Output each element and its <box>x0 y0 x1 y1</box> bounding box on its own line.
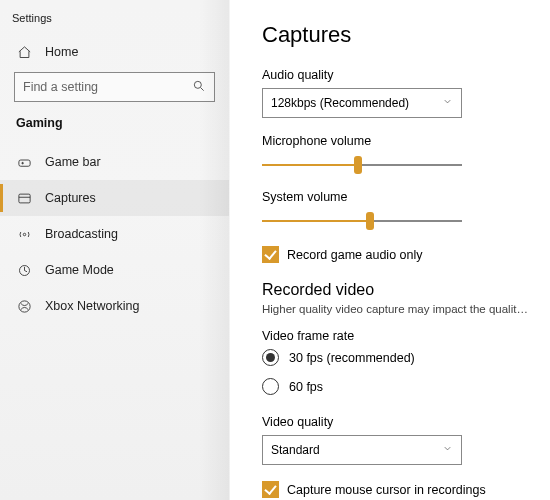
gamebar-icon <box>16 154 32 170</box>
recorded-video-heading: Recorded video <box>262 281 532 299</box>
captures-icon <box>16 190 32 206</box>
fps-30-label: 30 fps (recommended) <box>289 351 415 365</box>
svg-point-5 <box>18 300 29 311</box>
chevron-down-icon <box>442 96 453 110</box>
radio-checked-icon[interactable] <box>262 349 279 366</box>
svg-point-3 <box>23 233 26 236</box>
svg-rect-2 <box>18 194 29 203</box>
sidebar-nav: Game bar Captures Broadcasting Game Mode <box>0 144 229 324</box>
sidebar-item-label: Broadcasting <box>45 227 118 241</box>
chevron-down-icon <box>442 443 453 457</box>
sys-volume-slider[interactable] <box>262 210 462 232</box>
svg-point-0 <box>194 81 201 88</box>
audio-quality-value: 128kbps (Recommended) <box>271 96 409 110</box>
xbox-icon <box>16 298 32 314</box>
fps-60-label: 60 fps <box>289 380 323 394</box>
gamemode-icon <box>16 262 32 278</box>
sidebar-item-broadcasting[interactable]: Broadcasting <box>0 216 229 252</box>
search-input-wrap[interactable] <box>14 72 215 102</box>
home-icon <box>16 44 32 60</box>
home-nav[interactable]: Home <box>0 36 229 68</box>
sidebar: Settings Home Gaming Game bar <box>0 0 230 500</box>
checkbox-checked-icon[interactable] <box>262 481 279 498</box>
audio-quality-select[interactable]: 128kbps (Recommended) <box>262 88 462 118</box>
video-quality-value: Standard <box>271 443 320 457</box>
radio-unchecked-icon[interactable] <box>262 378 279 395</box>
audio-quality-label: Audio quality <box>262 68 532 82</box>
sidebar-section: Gaming <box>0 112 229 138</box>
broadcasting-icon <box>16 226 32 242</box>
record-audio-only-row[interactable]: Record game audio only <box>262 246 532 263</box>
recorded-video-desc: Higher quality video capture may impact … <box>262 303 532 315</box>
sidebar-item-game-mode[interactable]: Game Mode <box>0 252 229 288</box>
sidebar-item-label: Xbox Networking <box>45 299 140 313</box>
window-title: Settings <box>0 8 229 36</box>
checkbox-checked-icon[interactable] <box>262 246 279 263</box>
sidebar-item-game-bar[interactable]: Game bar <box>0 144 229 180</box>
svg-rect-1 <box>18 160 29 166</box>
capture-cursor-row[interactable]: Capture mouse cursor in recordings <box>262 481 532 498</box>
slider-thumb[interactable] <box>366 212 374 230</box>
home-label: Home <box>45 45 78 59</box>
video-quality-label: Video quality <box>262 415 532 429</box>
search-input[interactable] <box>23 80 192 94</box>
mic-volume-slider[interactable] <box>262 154 462 176</box>
record-audio-only-label: Record game audio only <box>287 248 423 262</box>
capture-cursor-label: Capture mouse cursor in recordings <box>287 483 486 497</box>
slider-fill <box>262 164 358 166</box>
search-icon <box>192 79 206 96</box>
mic-volume-label: Microphone volume <box>262 134 532 148</box>
page-title: Captures <box>262 22 532 48</box>
slider-fill <box>262 220 370 222</box>
main-pane: Captures Audio quality 128kbps (Recommen… <box>230 0 550 500</box>
sidebar-item-captures[interactable]: Captures <box>0 180 229 216</box>
sidebar-item-label: Captures <box>45 191 96 205</box>
fps-60-radio[interactable]: 60 fps <box>262 378 532 395</box>
sidebar-item-xbox-networking[interactable]: Xbox Networking <box>0 288 229 324</box>
sidebar-item-label: Game bar <box>45 155 101 169</box>
fps-30-radio[interactable]: 30 fps (recommended) <box>262 349 532 366</box>
frame-rate-label: Video frame rate <box>262 329 532 343</box>
sidebar-item-label: Game Mode <box>45 263 114 277</box>
sys-volume-label: System volume <box>262 190 532 204</box>
slider-thumb[interactable] <box>354 156 362 174</box>
video-quality-select[interactable]: Standard <box>262 435 462 465</box>
